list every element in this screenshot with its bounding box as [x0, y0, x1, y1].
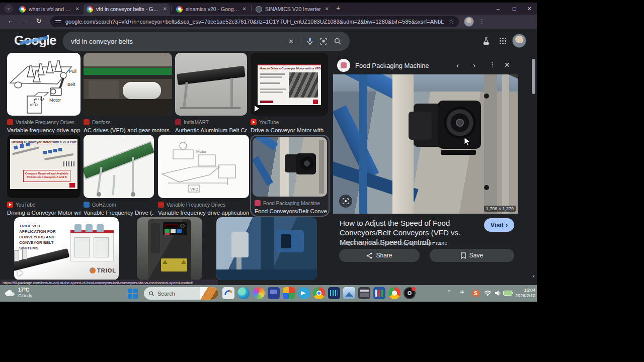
search-query[interactable]: vfd in conveyor belts: [71, 38, 282, 45]
result-title[interactable]: Drive a Conveyor Motor with ...: [251, 127, 328, 133]
apps-grid-icon[interactable]: [499, 37, 507, 45]
close-button[interactable]: ✕: [522, 3, 537, 15]
search-inside-image-lens-icon[interactable]: [339, 195, 352, 208]
result-title[interactable]: Driving a Conveyor Motor wit...: [7, 210, 80, 216]
folder-app-icon[interactable]: [268, 287, 280, 299]
result-source[interactable]: Food Packaging Machine: [253, 200, 327, 207]
share-button[interactable]: Share: [339, 249, 420, 262]
result-image-blue-machine[interactable]: [216, 217, 317, 280]
result-title[interactable]: Food Conveyors/Belt Convey...: [253, 208, 327, 214]
result-title[interactable]: Variable frequency drive application ...: [158, 210, 249, 216]
result-card[interactable]: Driving a Conveyor Motor with a VFD Part…: [7, 135, 80, 216]
result-card[interactable]: GoHz.com Variable Frequency Drive (...: [84, 135, 154, 216]
address-bar[interactable]: google.com/search?q=vfd+in+conveyor+belt…: [50, 16, 459, 27]
tray-expand-chevron[interactable]: ⌃: [447, 289, 451, 296]
result-title[interactable]: Authentic Aluminium Belt Con...: [175, 127, 247, 133]
tab-1[interactable]: what is vfd and what types doe ✕: [16, 4, 83, 15]
telegram-icon[interactable]: [298, 287, 310, 299]
tab-3[interactable]: sinamics v20 - Google Search ✕: [173, 4, 250, 15]
result-image-factory[interactable]: [84, 53, 172, 116]
result-image-youtube-part1[interactable]: Driving a Conveyor Motor with a VFD Part…: [7, 135, 80, 198]
result-image-youtube-slide[interactable]: How to Drive a Conveyor Motor with a VFD: [251, 53, 328, 116]
taskbar-search-box[interactable]: Search: [144, 287, 218, 300]
minimize-button[interactable]: –: [491, 3, 506, 15]
panel-main-image[interactable]: 1,706 × 1,279: [333, 74, 518, 214]
result-card[interactable]: Danfoss AC drives (VFD) and gear motors …: [84, 53, 172, 133]
tab-close-icon[interactable]: ✕: [325, 7, 329, 12]
tray-clock[interactable]: 16:04 2026/2/10: [515, 288, 535, 299]
panel-app-icon[interactable]: [373, 287, 385, 299]
input-method-icon[interactable]: ✛: [460, 289, 464, 296]
result-card[interactable]: [137, 217, 202, 280]
result-card[interactable]: Motor VFD Variable Frequency Drives Vari…: [158, 135, 249, 216]
pinwheel-app-icon[interactable]: [253, 287, 265, 299]
bookmark-star-icon[interactable]: ☆: [448, 18, 454, 25]
microphone-icon[interactable]: [306, 37, 313, 45]
result-source[interactable]: YouTube: [251, 119, 328, 126]
panel-menu-icon[interactable]: ⋮: [489, 61, 496, 68]
tab-search-button[interactable]: ⌄: [4, 4, 13, 13]
result-image-triol[interactable]: TRIOL VFD APPLICATION FOR CONVEYORS AND …: [14, 217, 119, 280]
visit-button[interactable]: Visit›: [484, 218, 514, 232]
result-source[interactable]: Variable Frequency Drives: [158, 201, 249, 208]
wifi-icon[interactable]: [484, 290, 492, 296]
taskbar-app-icon[interactable]: [222, 287, 234, 299]
site-info-icon[interactable]: [55, 19, 61, 24]
speaker-icon[interactable]: [495, 290, 501, 296]
result-image-vfd-drive[interactable]: [137, 217, 202, 280]
restore-button[interactable]: ▢: [507, 3, 522, 15]
tab-close-icon[interactable]: ✕: [75, 7, 79, 12]
panel-prev-icon[interactable]: ‹: [456, 61, 459, 69]
browser-menu-icon[interactable]: ⋮: [479, 18, 485, 25]
result-title[interactable]: AC drives (VFD) and gear motors ...: [84, 127, 172, 133]
tab-4[interactable]: SINAMICS V20 Inverter ✕: [253, 4, 332, 15]
lens-camera-icon[interactable]: [319, 37, 328, 45]
obs-icon[interactable]: [404, 287, 416, 299]
google-logo[interactable]: Google: [14, 33, 56, 48]
automation-app-icon[interactable]: [328, 287, 340, 299]
save-button[interactable]: Save: [430, 249, 514, 262]
photos-app-icon[interactable]: [343, 287, 355, 299]
start-button[interactable]: [128, 289, 138, 299]
weather-widget[interactable]: 17°C Cloudy: [4, 287, 32, 298]
new-tab-button[interactable]: +: [336, 4, 340, 12]
battery-icon[interactable]: [503, 291, 513, 296]
account-avatar[interactable]: [512, 34, 526, 48]
tray-s-app-icon[interactable]: S: [472, 290, 479, 297]
m365-icon[interactable]: [283, 287, 295, 299]
result-source[interactable]: GoHz.com: [84, 201, 154, 208]
result-image-green-conveyor[interactable]: [84, 135, 154, 198]
search-magnifier-icon[interactable]: [334, 37, 342, 45]
result-source[interactable]: IndiaMART: [175, 119, 247, 126]
learn-more-link[interactable]: Learn more: [422, 240, 447, 246]
chrome-profile-icon[interactable]: [388, 287, 400, 299]
search-box[interactable]: vfd in conveyor belts ✕: [63, 32, 350, 51]
back-button[interactable]: ←: [6, 17, 15, 25]
profile-avatar[interactable]: [464, 17, 474, 27]
result-card[interactable]: [216, 217, 317, 280]
window-app-icon[interactable]: [358, 287, 370, 299]
reload-button[interactable]: ↻: [34, 17, 43, 25]
result-title[interactable]: Variable Frequency Drive (...: [84, 210, 154, 216]
scrollbar-down-arrow[interactable]: ▾: [531, 274, 536, 279]
edge-icon[interactable]: [237, 287, 250, 299]
result-source[interactable]: YouTube: [7, 201, 80, 208]
clear-search-icon[interactable]: ✕: [288, 38, 294, 45]
result-image-belt-conveyor[interactable]: [175, 53, 247, 116]
tab-2-active[interactable]: vfd in conveyor belts - Google ✕: [84, 4, 170, 15]
result-source[interactable]: Danfoss: [84, 119, 172, 126]
result-image-mill-diagram[interactable]: Motor VFD: [158, 135, 249, 198]
forward-button[interactable]: →: [20, 17, 29, 25]
result-card[interactable]: Pull Belt Motor VFD Variable Frequency D…: [7, 53, 80, 133]
tab-close-icon[interactable]: ✕: [163, 7, 167, 12]
panel-next-icon[interactable]: ›: [473, 61, 475, 69]
result-card[interactable]: How to Drive a Conveyor Motor with a VFD…: [251, 53, 328, 133]
chrome-icon[interactable]: [313, 287, 325, 299]
result-source[interactable]: Variable Frequency Drives: [7, 119, 80, 126]
result-image-vfd-diagram[interactable]: Pull Belt Motor VFD: [7, 53, 80, 116]
result-title[interactable]: Variable frequency drive applic...: [7, 127, 80, 133]
result-card[interactable]: IndiaMART Authentic Aluminium Belt Con..…: [175, 53, 247, 133]
tab-close-icon[interactable]: ✕: [243, 7, 247, 12]
result-card[interactable]: TRIOL VFD APPLICATION FOR CONVEYORS AND …: [14, 217, 119, 280]
result-card-selected[interactable]: Food Packaging Machine Food Conveyors/Be…: [250, 135, 330, 217]
